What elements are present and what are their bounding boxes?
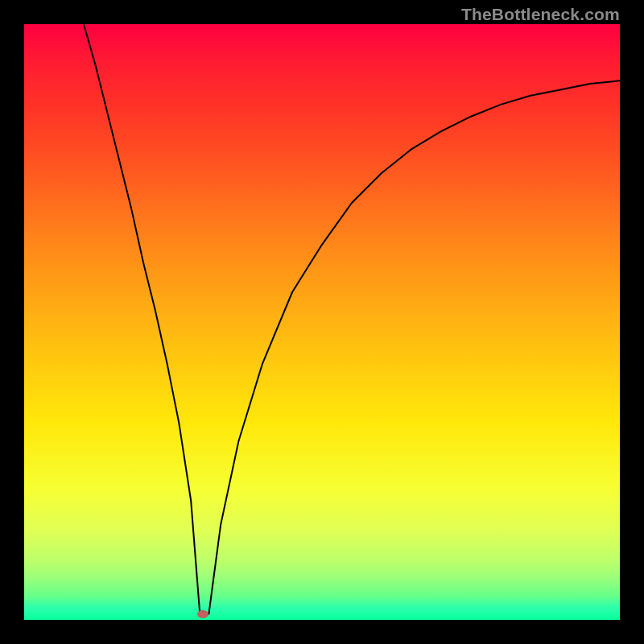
watermark-text: TheBottleneck.com [461,5,620,24]
bottleneck-curve [24,24,620,620]
plot-area [24,24,620,620]
minimum-marker [197,610,208,618]
chart-frame: TheBottleneck.com [0,0,644,644]
